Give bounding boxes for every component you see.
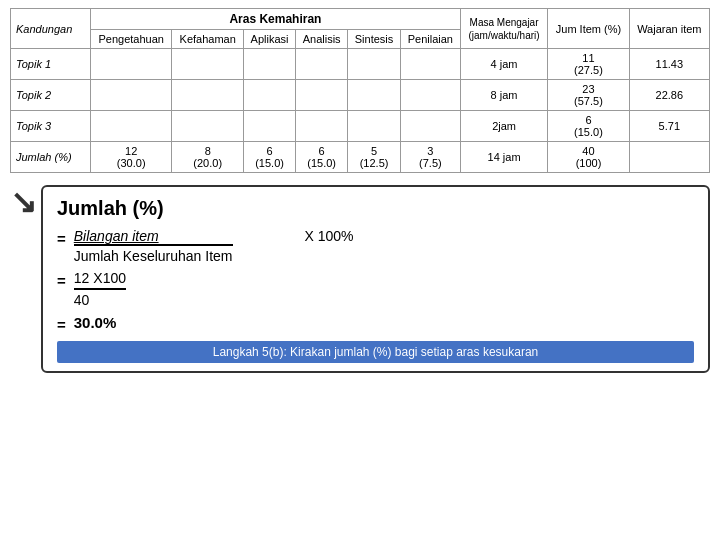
denominator-val: 40 <box>74 290 90 308</box>
topik2-pengetahuan <box>91 80 172 111</box>
main-table: Kandungan Aras Kemahiran Masa Mengajar (… <box>10 8 710 173</box>
topik1-label: Topik 1 <box>11 49 91 80</box>
topik3-sintesis <box>348 111 401 142</box>
topik1-analisis <box>296 49 348 80</box>
jumlah-aplikasi: 6 (15.0) <box>244 142 296 173</box>
jumlah-wajaran <box>629 142 709 173</box>
topik2-jum-pct: (57.5) <box>574 95 603 107</box>
masa-title: Masa Mengajar <box>470 17 539 28</box>
kefahaman-col: Kefahaman <box>172 30 244 49</box>
topik3-aplikasi <box>244 111 296 142</box>
topik3-masa: 2jam <box>460 111 547 142</box>
j-peng-val: 12 <box>125 145 137 157</box>
aplikasi-col: Aplikasi <box>244 30 296 49</box>
jumlah-jum: 40 (100) <box>548 142 629 173</box>
topik1-jum-val: 11 <box>582 52 594 64</box>
j-ana-pct: (15.0) <box>307 157 336 169</box>
topik3-analisis <box>296 111 348 142</box>
numeric-fraction: 12 X100 40 <box>74 270 126 308</box>
j-sin-val: 5 <box>371 145 377 157</box>
topik1-row: Topik 1 4 jam 11 (27.5) 11.43 <box>11 49 710 80</box>
topik1-penilaian <box>400 49 460 80</box>
kandungan-header: Kandungan <box>11 9 91 49</box>
topik1-wajaran: 11.43 <box>629 49 709 80</box>
j-pen-val: 3 <box>427 145 433 157</box>
j-pen-pct: (7.5) <box>419 157 442 169</box>
equals3: = <box>57 316 66 333</box>
topik3-kefahaman <box>172 111 244 142</box>
topik2-penilaian <box>400 80 460 111</box>
x100-2: X100 <box>93 270 126 286</box>
formula-row-2: = 12 X100 40 <box>57 270 694 308</box>
topik2-wajaran: 22.86 <box>629 80 709 111</box>
jumlah-pengetahuan: 12 (30.0) <box>91 142 172 173</box>
topik2-jum: 23 (57.5) <box>548 80 629 111</box>
lower-box: Jumlah (%) = Bilangan item Jumlah Keselu… <box>41 185 710 373</box>
j-jum-pct: (100) <box>576 157 602 169</box>
j-peng-pct: (30.0) <box>117 157 146 169</box>
jumlah-sintesis: 5 (12.5) <box>348 142 401 173</box>
penilaian-col: Penilaian <box>400 30 460 49</box>
topik1-aplikasi <box>244 49 296 80</box>
topik2-sintesis <box>348 80 401 111</box>
topik3-pengetahuan <box>91 111 172 142</box>
j-jum-val: 40 <box>582 145 594 157</box>
topik1-masa: 4 jam <box>460 49 547 80</box>
topik3-penilaian <box>400 111 460 142</box>
equals2: = <box>57 272 66 289</box>
num-row: 12 X100 <box>74 270 126 290</box>
topik3-jum-pct: (15.0) <box>574 126 603 138</box>
jumlah-penilaian: 3 (7.5) <box>400 142 460 173</box>
topik2-jum-val: 23 <box>582 83 594 95</box>
page-wrapper: Kandungan Aras Kemahiran Masa Mengajar (… <box>0 0 720 381</box>
j-kef-pct: (20.0) <box>193 157 222 169</box>
jumlah-label: Jumlah (%) <box>11 142 91 173</box>
equals1: = <box>57 230 66 247</box>
topik2-aplikasi <box>244 80 296 111</box>
formula-row-3: = 30.0% <box>57 314 694 333</box>
lower-title: Jumlah (%) <box>57 197 694 220</box>
bilangan-item-text: Bilangan item <box>74 228 159 244</box>
langkah-bar: Langkah 5(b): Kirakan jumlah (%) bagi se… <box>57 341 694 363</box>
topik2-label: Topik 2 <box>11 80 91 111</box>
fraction-container: Bilangan item Jumlah Keseluruhan Item <box>74 228 233 264</box>
topik3-wajaran: 5.71 <box>629 111 709 142</box>
masa-mengajar-header: Masa Mengajar (jam/waktu/hari) <box>460 9 547 49</box>
j-sin-pct: (12.5) <box>360 157 389 169</box>
pengetahuan-col: Pengetahuan <box>91 30 172 49</box>
topik3-jum-val: 6 <box>585 114 591 126</box>
topik3-jum: 6 (15.0) <box>548 111 629 142</box>
jum-item-header: Jum Item (%) <box>548 9 629 49</box>
topik3-row: Topik 3 2jam 6 (15.0) 5.71 <box>11 111 710 142</box>
topik2-masa: 8 jam <box>460 80 547 111</box>
topik1-pengetahuan <box>91 49 172 80</box>
x100-text: X 100% <box>305 228 354 244</box>
jumlah-masa: 14 jam <box>460 142 547 173</box>
sintesis-col: Sintesis <box>348 30 401 49</box>
j-kef-val: 8 <box>205 145 211 157</box>
j-app-val: 6 <box>267 145 273 157</box>
arrow-down-icon: ↘ <box>10 183 37 221</box>
jumlah-row: Jumlah (%) 12 (30.0) 8 (20.0) 6 (15.0) 6… <box>11 142 710 173</box>
wajaran-item-header: Wajaran item <box>629 9 709 49</box>
topik1-jum-pct: (27.5) <box>574 64 603 76</box>
analisis-col: Analisis <box>296 30 348 49</box>
numerator-val: 12 <box>74 270 90 286</box>
topik1-kefahaman <box>172 49 244 80</box>
formula-row-1: = Bilangan item Jumlah Keseluruhan Item … <box>57 228 694 264</box>
topik3-label: Topik 3 <box>11 111 91 142</box>
topik2-kefahaman <box>172 80 244 111</box>
topik2-analisis <box>296 80 348 111</box>
jumlah-analisis: 6 (15.0) <box>296 142 348 173</box>
lower-section-wrapper: ↘ Jumlah (%) = Bilangan item Jumlah Kese… <box>10 177 710 373</box>
j-ana-val: 6 <box>319 145 325 157</box>
aras-kemahiran-header: Aras Kemahiran <box>91 9 461 30</box>
topik1-sintesis <box>348 49 401 80</box>
jumlah-kefahaman: 8 (20.0) <box>172 142 244 173</box>
masa-sub: (jam/waktu/hari) <box>468 30 539 41</box>
topik1-jum: 11 (27.5) <box>548 49 629 80</box>
jumlah-keseluruhan-text: Jumlah Keseluruhan Item <box>74 244 233 264</box>
topik2-row: Topik 2 8 jam 23 (57.5) 22.86 <box>11 80 710 111</box>
j-app-pct: (15.0) <box>255 157 284 169</box>
result-text: 30.0% <box>74 314 117 331</box>
